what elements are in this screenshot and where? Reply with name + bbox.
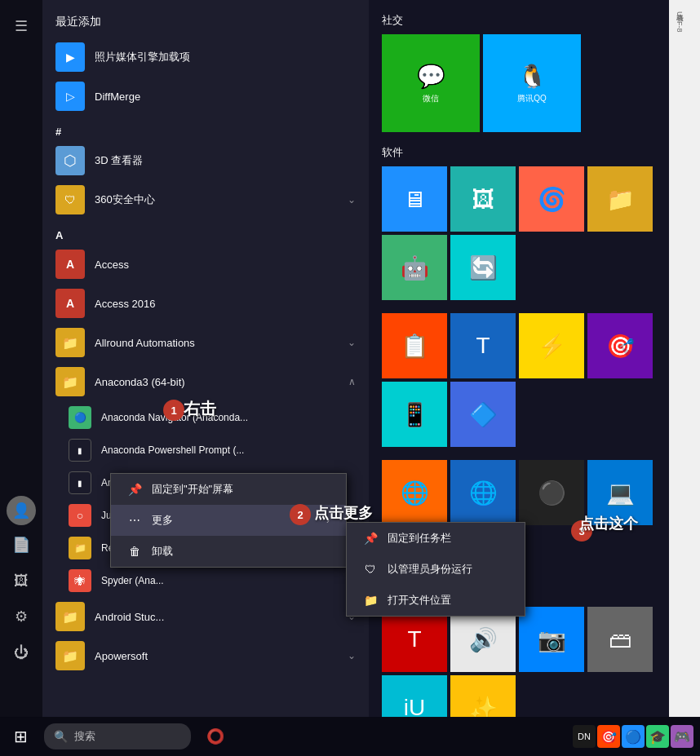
start-button[interactable]: ⊞ [0, 717, 41, 756]
power-icon[interactable]: ⏻ [5, 636, 38, 669]
app-icon-anaconda-prompt: ▮ [69, 471, 91, 494]
app-item-diffmerge[interactable]: ▷ DiffMerge [42, 77, 369, 116]
tile-pyc[interactable]: 🖥 [382, 166, 447, 232]
taskbar-grad-icon[interactable]: 🎓 [646, 725, 669, 748]
taskbar-game-icon[interactable]: 🎮 [671, 725, 693, 748]
software-tiles-row2: 📋 T ⚡ 🎯 📱 🔷 [382, 313, 656, 447]
context-pin-start[interactable]: 📌 固定到"开始"屏幕 [111, 474, 346, 505]
tile-r2-2[interactable]: T [450, 313, 516, 378]
tile-r4-5[interactable]: iU [382, 675, 447, 718]
app-name-diffmerge: DiffMerge [95, 91, 356, 103]
taskbar-dn-icon[interactable]: DN [573, 725, 596, 748]
app-item-access[interactable]: A Access [42, 245, 369, 284]
taskbar-target-icon[interactable]: 🎯 [597, 725, 620, 748]
app-item-anaconda-ps[interactable]: ▮ Anaconda Powershell Prompt (... [42, 434, 369, 466]
taskbar-cortana-icon[interactable]: ⭕ [197, 717, 233, 756]
run-admin-icon: 🛡 [363, 563, 378, 576]
tile-folder1[interactable]: 📁 [587, 166, 653, 232]
tile-r4-6[interactable]: ✨ [450, 675, 516, 718]
submenu-pin-taskbar-label: 固定到任务栏 [388, 531, 451, 546]
app-item-access2016[interactable]: A Access 2016 [42, 284, 369, 323]
pin-start-icon: 📌 [127, 483, 142, 496]
tile-r4-icon-2: 🔊 [469, 626, 498, 653]
context-uninstall[interactable]: 🗑 卸载 [111, 536, 346, 567]
tile-r3-icon-2: 🌐 [469, 480, 498, 506]
social-tiles: 💬 微信 🐧 腾讯QQ [382, 34, 656, 132]
tile-r4-1[interactable]: T [382, 607, 447, 672]
tile-circle[interactable]: 🔄 [450, 235, 516, 300]
context-uninstall-label: 卸载 [152, 544, 173, 559]
app-icon-apowersoft: 📁 [55, 641, 85, 670]
qq-icon: 🐧 [518, 63, 547, 90]
tile-r4-icon-6: ✨ [469, 695, 498, 718]
wechat-label: 微信 [423, 93, 439, 104]
tile-r4-icon-4: 🗃 [609, 626, 631, 653]
app-icon-access: A [55, 250, 85, 279]
tile-wechat[interactable]: 💬 微信 [382, 34, 480, 132]
app-item-media[interactable]: ▶ 照片媒体引擎加载项 [42, 38, 369, 77]
app-icon-spyder: 🕷 [69, 569, 91, 592]
user-avatar[interactable]: 👤 [7, 496, 36, 525]
app-item-apowersoft[interactable]: 📁 Apowersoft ⌄ [42, 636, 369, 675]
pin-taskbar-icon: 📌 [363, 532, 378, 545]
app-item-spyder[interactable]: 🕷 Spyder (Ana... [42, 564, 369, 597]
app-icon-anaconda: 📁 [55, 367, 85, 396]
tile-r2-5[interactable]: 📱 [382, 382, 447, 447]
settings-icon[interactable]: ⚙ [5, 600, 38, 633]
taskbar-search-box[interactable]: 🔍 搜索 [44, 723, 191, 749]
app-item-android[interactable]: 📁 Android Stuc... ⌄ [42, 597, 369, 636]
submenu-open-location[interactable]: 📁 打开文件位置 [347, 585, 525, 616]
tile-r4-3[interactable]: 📷 [519, 607, 584, 672]
tile-img[interactable]: 🖼 [450, 166, 516, 232]
app-name-spyder: Spyder (Ana... [101, 575, 356, 586]
taskbar-right: DN 🎯 🔵 🎓 🎮 [573, 725, 700, 748]
pictures-icon[interactable]: 🖼 [5, 564, 38, 597]
app-icon-allround: 📁 [55, 328, 85, 357]
tile-r2-3[interactable]: ⚡ [519, 313, 584, 378]
app-icon-anaconda-nav: 🔵 [69, 406, 91, 429]
app-name-allround: Allround Automations [95, 337, 338, 349]
annotation-label-3: 点击这个 [579, 514, 638, 533]
app-item-3dviewer[interactable]: ⬡ 3D 查看器 [42, 141, 369, 180]
tile-r2-4[interactable]: 🎯 [587, 313, 653, 378]
submenu-pin-taskbar[interactable]: 📌 固定到任务栏 [347, 523, 525, 554]
more-icon: ⋯ [127, 514, 142, 527]
tile-r3-2[interactable]: 🌐 [450, 460, 516, 525]
tile-r2-icon-5: 📱 [401, 401, 429, 428]
documents-icon[interactable]: 📄 [5, 528, 38, 561]
app-name-media: 照片媒体引擎加载项 [95, 50, 356, 64]
tile-r4-icon-5: iU [404, 695, 425, 718]
tile-android-t[interactable]: 🤖 [382, 235, 447, 300]
start-menu: ☰ 👤 📄 🖼 ⚙ ⏻ 最近添加 ▶ 照片媒体引擎加载项 [0, 0, 669, 718]
tile-r2-1[interactable]: 📋 [382, 313, 447, 378]
app-item-360[interactable]: 🛡 360安全中心 ⌄ [42, 180, 369, 219]
app-item-allround[interactable]: 📁 Allround Automations ⌄ [42, 323, 369, 362]
submenu-run-admin-label: 以管理员身份运行 [388, 562, 472, 577]
chevron-allround: ⌄ [348, 337, 356, 348]
tile-twist[interactable]: 🌀 [519, 166, 584, 232]
taskbar-blue-icon[interactable]: 🔵 [622, 725, 645, 748]
tile-r4-4[interactable]: 🗃 [587, 607, 653, 672]
hamburger-menu-icon[interactable]: ☰ [5, 10, 38, 42]
tile-r3-1[interactable]: 🌐 [382, 460, 447, 525]
open-location-icon: 📁 [363, 594, 378, 607]
context-pin-start-label: 固定到"开始"屏幕 [152, 482, 233, 497]
tile-r3-3[interactable]: ⚫ [519, 460, 584, 525]
section-hash: # [42, 116, 369, 141]
tile-qq[interactable]: 🐧 腾讯QQ [483, 34, 581, 132]
tile-r4-icon-1: T [407, 626, 421, 652]
context-more[interactable]: ⋯ 更多 › [111, 505, 346, 536]
app-name-3dviewer: 3D 查看器 [95, 153, 356, 168]
app-icon-android: 📁 [55, 602, 85, 631]
tile-r3-icon-4: 💻 [606, 480, 635, 506]
app-icon-jupyter: ○ [69, 504, 91, 527]
software-tiles-row4: T 🔊 📷 🗃 iU ✨ [382, 607, 656, 718]
app-list-panel: 最近添加 ▶ 照片媒体引擎加载项 ▷ DiffMerge # ⬡ 3D 查看器 [42, 0, 369, 718]
tile-r2-icon-3: ⚡ [538, 333, 566, 360]
tile-r4-icon-3: 📷 [538, 626, 566, 653]
tile-r2-6[interactable]: 🔷 [450, 382, 516, 447]
submenu-run-admin[interactable]: 🛡 以管理员身份运行 [347, 554, 525, 585]
app-item-anaconda[interactable]: 📁 Anaconda3 (64-bit) ∧ [42, 362, 369, 401]
right-panel-label2: UTF-8 [676, 11, 684, 33]
tile-r4-2[interactable]: 🔊 [450, 607, 516, 672]
